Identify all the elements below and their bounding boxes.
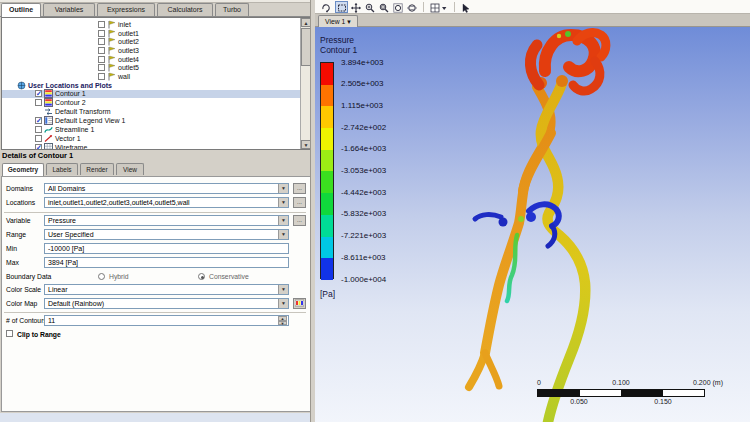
tab-calculators[interactable]: Calculators	[157, 3, 213, 16]
details-tabbar: Geometry Labels Render View	[0, 163, 313, 177]
visibility-checkbox[interactable]	[98, 21, 105, 28]
tab-view[interactable]: View	[116, 163, 144, 175]
legend-icon	[44, 116, 53, 125]
tree-item-streamline-1[interactable]: Streamline 1	[2, 125, 310, 134]
zoom-in-icon[interactable]	[363, 1, 376, 13]
variable-select[interactable]: Pressure ▼	[44, 215, 289, 226]
locations-select[interactable]: inlet,outlet1,outlet2,outlet3,outlet4,ou…	[44, 197, 289, 208]
window-bottom-strip	[0, 413, 313, 422]
ruler-label: 0.050	[570, 398, 588, 405]
chevron-down-icon[interactable]: ▼	[278, 198, 288, 207]
range-select[interactable]: User Specified ▼	[44, 229, 289, 240]
tree-item-contour-1[interactable]: Contour 1	[2, 90, 310, 99]
outline-tree: inletoutlet1outlet2outlet3outlet4outlet5…	[1, 17, 311, 150]
legend-value: 2.505e+003	[341, 80, 421, 88]
legend-color-block	[321, 171, 333, 193]
chevron-down-icon[interactable]: ▼	[278, 299, 288, 308]
tree-item-outlet4[interactable]: outlet4	[2, 55, 310, 64]
tab-render[interactable]: Render	[80, 163, 114, 175]
zoom-box-icon[interactable]	[377, 1, 390, 13]
transform-icon	[44, 107, 53, 116]
visibility-checkbox[interactable]	[35, 144, 42, 150]
flag-icon	[107, 20, 116, 29]
tab-turbo[interactable]: Turbo	[215, 3, 249, 16]
orbit-icon[interactable]	[405, 1, 418, 13]
visibility-checkbox[interactable]	[98, 30, 105, 37]
viewport-layout-icon[interactable]	[428, 1, 450, 13]
tab-outline[interactable]: Outline	[1, 3, 41, 17]
locations-browse-button[interactable]: ...	[293, 197, 306, 208]
flag-icon	[107, 29, 116, 38]
tree-item-wireframe[interactable]: Wireframe	[2, 143, 310, 150]
ruler-label: 0.150	[654, 398, 672, 405]
tree-item-inlet[interactable]: inlet	[2, 20, 310, 29]
legend-title: Pressure	[320, 35, 430, 45]
tab-variables[interactable]: Variables	[43, 3, 95, 16]
tree-item-default-legend-view-1[interactable]: Default Legend View 1	[2, 116, 310, 125]
visibility-checkbox[interactable]	[98, 73, 105, 80]
tree-item-outlet1[interactable]: outlet1	[2, 29, 310, 38]
vector-icon	[44, 134, 53, 143]
visibility-checkbox[interactable]	[35, 90, 42, 97]
legend-value: -1.664e+003	[341, 145, 421, 153]
chevron-down-icon[interactable]: ▼	[278, 216, 288, 225]
toolbar-separator	[423, 2, 424, 12]
visibility-checkbox[interactable]	[35, 126, 42, 133]
domains-browse-button[interactable]: ...	[293, 183, 306, 194]
visibility-checkbox[interactable]	[35, 99, 42, 106]
spinner[interactable]: ▲▼	[278, 316, 287, 325]
legend-color-block	[321, 150, 333, 172]
chevron-down-icon[interactable]: ▼	[278, 230, 288, 239]
visibility-checkbox[interactable]	[98, 47, 105, 54]
tab-expressions[interactable]: Expressions	[97, 3, 155, 16]
tab-labels[interactable]: Labels	[46, 163, 78, 175]
min-label: Min	[6, 245, 17, 252]
contours-count-input[interactable]: 11 ▲▼	[44, 315, 289, 326]
tree-item-outlet5[interactable]: outlet5	[2, 63, 310, 72]
legend-color-block	[321, 237, 333, 259]
viewer-toolbar	[315, 0, 750, 14]
min-input[interactable]: -10000 [Pa]	[44, 243, 289, 254]
workspace-panel: Outline Variables Expressions Calculator…	[0, 0, 313, 422]
select-box-icon[interactable]	[335, 1, 348, 13]
3d-viewport[interactable]: Pressure Contour 1 3.894e+0032.505e+0031…	[315, 27, 750, 422]
tree-scrollbar[interactable]: ▲ ▼	[300, 18, 310, 149]
conservative-radio[interactable]	[198, 273, 205, 280]
chevron-down-icon[interactable]: ▼	[278, 285, 288, 294]
color-map-editor-button[interactable]	[293, 298, 306, 309]
view-tab[interactable]: View 1 ▾	[318, 15, 358, 27]
flag-icon	[107, 63, 116, 72]
variable-browse-button[interactable]: ...	[293, 215, 306, 226]
color-map-select[interactable]: Default (Rainbow) ▼	[44, 298, 289, 309]
visibility-checkbox[interactable]	[98, 56, 105, 63]
domains-select[interactable]: All Domains ▼	[44, 183, 289, 194]
tree-item-vector-1[interactable]: Vector 1	[2, 134, 310, 143]
color-scale-select[interactable]: Linear ▼	[44, 284, 289, 295]
legend-value: -1.000e+004	[341, 276, 421, 284]
visibility-checkbox[interactable]	[35, 117, 42, 124]
visibility-checkbox[interactable]	[98, 64, 105, 71]
clip-to-range-checkbox[interactable]	[6, 330, 13, 337]
visibility-checkbox[interactable]	[35, 135, 42, 142]
tree-section-user-locations[interactable]: User Locations and Plots	[2, 81, 310, 90]
legend-color-block	[321, 215, 333, 237]
probe-icon[interactable]	[459, 1, 472, 13]
zoom-fit-icon[interactable]	[391, 1, 404, 13]
tree-item-outlet3[interactable]: outlet3	[2, 46, 310, 55]
hybrid-radio[interactable]	[98, 273, 105, 280]
tree-item-default-transform[interactable]: Default Transform	[2, 107, 310, 116]
details-form: Domains All Domains ▼ ... Locations inle…	[1, 176, 311, 412]
rotate-icon[interactable]	[319, 1, 332, 13]
tree-item-contour-2[interactable]: Contour 2	[2, 98, 310, 107]
tree-item-outlet2[interactable]: outlet2	[2, 37, 310, 46]
tree-item-wall[interactable]: wall	[2, 72, 310, 81]
tab-geometry[interactable]: Geometry	[2, 163, 44, 176]
legend-value: -8.611e+003	[341, 254, 421, 262]
ruler-label: 0	[537, 379, 541, 386]
chevron-down-icon[interactable]: ▼	[278, 184, 288, 193]
legend-unit: [Pa]	[320, 289, 335, 299]
max-input[interactable]: 3894 [Pa]	[44, 257, 289, 268]
legend-color-block	[321, 106, 333, 128]
pan-icon[interactable]	[349, 1, 362, 13]
visibility-checkbox[interactable]	[98, 38, 105, 45]
